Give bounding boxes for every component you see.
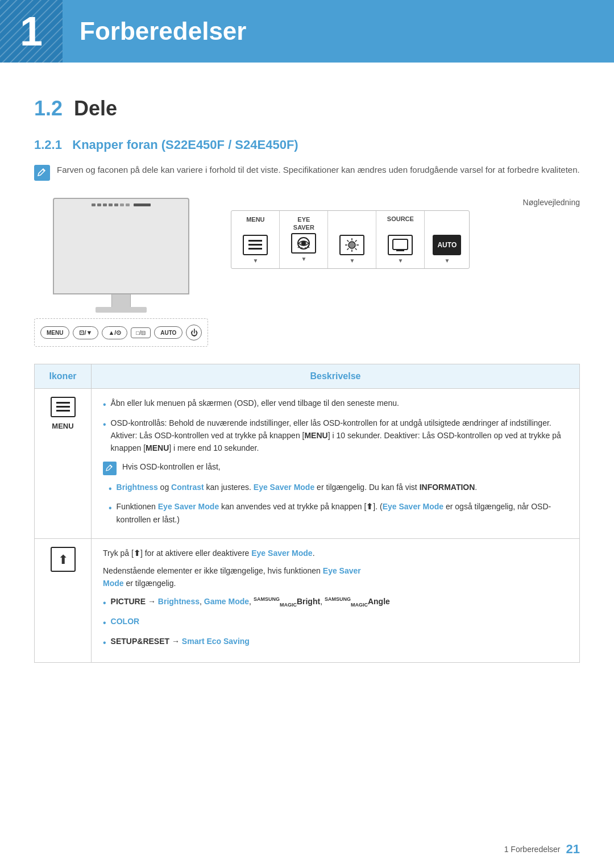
main-content: 1.2 Dele 1.2.1 Knapper foran (S22E450F /… xyxy=(0,63,614,697)
table-row: MENU Åbn eller luk menuen på skærmen (OS… xyxy=(35,389,580,539)
info-table: Ikoner Beskrivelse MEN xyxy=(34,364,580,663)
menu-icon-cell: MENU xyxy=(35,389,92,539)
key-auto: AUTO ▼ xyxy=(425,211,469,268)
key-source: SOURCE ▼ xyxy=(376,211,425,268)
auto-button[interactable]: AUTO xyxy=(154,326,182,339)
svg-point-7 xyxy=(349,242,355,248)
svg-rect-2 xyxy=(248,240,262,242)
svg-line-15 xyxy=(347,248,349,250)
pencil-icon xyxy=(37,168,47,178)
sub-note-icon xyxy=(103,462,117,475)
page-footer: 1 Forberedelser 21 xyxy=(504,842,580,857)
sub-note: Hvis OSD-kontrollen er låst, xyxy=(103,460,568,475)
eye-saver-item-2: COLOR xyxy=(103,615,568,630)
power-button[interactable]: ⏻ xyxy=(186,325,202,340)
svg-line-13 xyxy=(355,248,357,250)
joystick-button[interactable]: ⊡/▼ xyxy=(73,326,98,339)
button-row: MENU ⊡/▼ ▲/⊙ □/⊟ AUTO ⏻ xyxy=(40,325,202,340)
menu-desc-list: Åbn eller luk menuen på skærmen (OSD), e… xyxy=(103,397,568,455)
note-icon xyxy=(34,165,50,181)
header-bar: 1 Forberedelser xyxy=(0,0,614,63)
svg-rect-1 xyxy=(0,0,63,63)
eye-saver-icon-cell: ⬆ xyxy=(35,539,92,663)
svg-rect-20 xyxy=(56,410,70,412)
section-heading: 1.2 Dele xyxy=(34,97,580,121)
menu-description-cell: Åbn eller luk menuen på skærmen (OSD), e… xyxy=(92,389,580,539)
eye-saver-description-cell: Tryk på [⬆] for at aktivere eller deakti… xyxy=(92,539,580,663)
color-item: COLOR xyxy=(111,615,140,628)
menu-sub-item-2: Funktionen Eye Saver Mode kan anvendes v… xyxy=(109,500,568,526)
monitor-neck xyxy=(111,294,131,307)
footer-text: 1 Forberedelser xyxy=(504,845,561,854)
key-menu: MENU ▼ xyxy=(231,211,280,268)
svg-line-14 xyxy=(355,240,357,242)
monitor-screen xyxy=(53,198,189,294)
button-area-wrapper: MENU ⊡/▼ ▲/⊙ □/⊟ AUTO ⏻ xyxy=(34,318,208,347)
page-number: 21 xyxy=(566,842,580,857)
svg-rect-18 xyxy=(56,402,70,404)
up-button[interactable]: ▲/⊙ xyxy=(102,326,127,339)
header-pattern xyxy=(0,0,63,63)
menu-sub-item-1: Brightness og Contrast kan justeres. Eye… xyxy=(109,481,568,496)
subsection-heading: 1.2.1 Knapper foran (S22E450F / S24E450F… xyxy=(34,138,580,152)
key-guide-row: MENU ▼ EYESAVER xyxy=(231,210,470,269)
eye-saver-desc-2: Nedenstående elementer er ikke tilgængel… xyxy=(103,564,568,590)
svg-rect-3 xyxy=(248,244,262,246)
key-eye-saver-icon xyxy=(291,233,316,254)
menu-sub-list: Brightness og Contrast kan justeres. Eye… xyxy=(109,481,568,526)
table-row: ⬆ Tryk på [⬆] for at aktivere eller deak… xyxy=(35,539,580,663)
source-button[interactable]: □/⊟ xyxy=(131,327,151,338)
svg-rect-17 xyxy=(396,250,404,251)
eye-saver-item-3: SETUP&RESET → Smart Eco Saving xyxy=(103,635,568,650)
note-box: Farven og faconen på dele kan variere i … xyxy=(34,164,580,181)
svg-rect-16 xyxy=(393,239,408,250)
sub-note-text: Hvis OSD-kontrollen er låst, xyxy=(122,460,221,473)
key-guide-label: Nøglevejledning xyxy=(231,198,580,207)
menu-icon-box xyxy=(51,397,76,417)
monitor-wrapper: MENU ⊡/▼ ▲/⊙ □/⊟ AUTO ⏻ xyxy=(34,198,208,347)
eye-saver-item-1: PICTURE → Brightness, Game Mode, SAMSUNG… xyxy=(103,595,568,610)
key-source-icon xyxy=(388,235,413,255)
menu-desc-item-2: OSD-kontrollås: Behold de nuværende inds… xyxy=(103,417,568,455)
subsection-title: Knapper foran (S22E450F / S24E450F) xyxy=(72,138,298,152)
eye-saver-icon-box: ⬆ xyxy=(51,547,76,572)
menu-label: MENU xyxy=(52,421,73,433)
svg-rect-4 xyxy=(248,248,262,250)
screen-indicator xyxy=(92,203,151,206)
key-auto-icon: AUTO xyxy=(433,235,461,255)
diagram-section: MENU ⊡/▼ ▲/⊙ □/⊟ AUTO ⏻ Nøglevejledning … xyxy=(34,198,580,347)
chapter-title: Forberedelser xyxy=(80,17,246,45)
key-eye-saver: EYESAVER ▼ xyxy=(280,211,328,268)
menu-desc-item-1: Åbn eller luk menuen på skærmen (OSD), e… xyxy=(103,397,568,412)
section-number: 1.2 xyxy=(34,97,63,120)
menu-button[interactable]: MENU xyxy=(40,326,69,339)
note-text: Farven og faconen på dele kan variere i … xyxy=(57,164,580,177)
col-icons-header: Ikoner xyxy=(35,364,92,389)
svg-rect-19 xyxy=(56,406,70,408)
col-description-header: Beskrivelse xyxy=(92,364,580,389)
svg-line-12 xyxy=(347,240,349,242)
monitor-base xyxy=(96,307,147,313)
svg-point-6 xyxy=(301,241,306,246)
key-brightness-icon xyxy=(339,235,364,255)
section-title: Dele xyxy=(74,97,117,120)
key-menu-icon xyxy=(243,235,268,255)
eye-saver-desc-1: Tryk på [⬆] for at aktivere eller deakti… xyxy=(103,547,568,559)
key-guide-area: Nøglevejledning MENU ▼ EY xyxy=(231,198,580,269)
subsection-number: 1.2.1 xyxy=(34,138,62,152)
eye-saver-list: PICTURE → Brightness, Game Mode, SAMSUNG… xyxy=(103,595,568,650)
key-brightness: ▼ xyxy=(328,211,376,268)
